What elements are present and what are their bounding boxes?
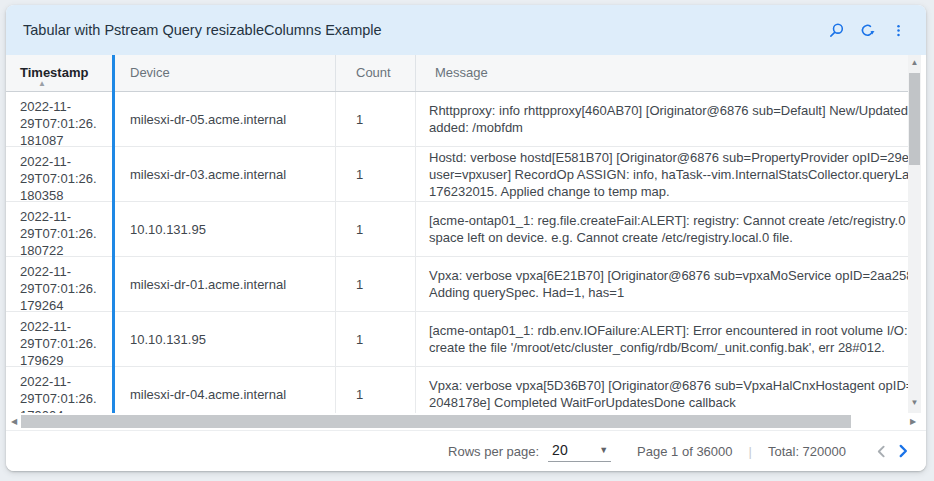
timestamp-cell: 2022-11- 29T07:01:26. 179264 (6, 257, 115, 311)
column-header-device[interactable]: Device (115, 55, 335, 91)
count-cell: 1 (335, 312, 415, 366)
page-title: Tabular with Pstream Query resizableColu… (23, 22, 382, 38)
column-label: Device (130, 65, 170, 80)
search-icon[interactable] (827, 21, 846, 40)
timestamp-cell: 2022-11- 29T07:01:26. 179629 (6, 312, 115, 366)
table-viewport: Timestamp ▲ Device Count Message 2022-11… (6, 55, 908, 413)
rows-per-page-label: Rows per page: (448, 444, 539, 459)
count-cell: 1 (335, 257, 415, 311)
chevron-down-icon: ▼ (599, 445, 608, 455)
previous-page-button[interactable] (870, 440, 892, 462)
device-cell: milesxi-dr-01.acme.internal (115, 257, 335, 311)
column-resizer-handle[interactable] (112, 55, 115, 413)
vertical-scrollbar[interactable]: ▲ ▼ (908, 55, 921, 413)
device-cell: 10.10.131.95 (115, 312, 335, 366)
column-label: Timestamp (20, 65, 88, 80)
timestamp-cell: 2022-11- 29T07:01:26. 180722 (6, 202, 115, 256)
table-row: 2022-11- 29T07:01:26. 181087 milesxi-dr-… (6, 92, 908, 147)
device-cell: 10.10.131.95 (115, 202, 335, 256)
refresh-icon[interactable] (858, 21, 877, 40)
message-text: [acme-ontap01_1: reg.file.createFail:ALE… (429, 212, 908, 246)
scroll-down-icon[interactable]: ▼ (908, 399, 921, 407)
timestamp-cell: 2022-11- 29T07:01:26. 180358 (6, 147, 115, 201)
message-text: Rhttpproxy: info rhttpproxy[460AB70] [Or… (429, 102, 908, 136)
table-row: 2022-11- 29T07:01:26. 179264 milesxi-dr-… (6, 257, 908, 312)
timestamp-cell: 2022-11- 29T07:01:26. 181087 (6, 92, 115, 146)
scroll-up-icon[interactable]: ▲ (908, 59, 921, 67)
count-cell: 1 (335, 202, 415, 256)
total-count: Total: 720000 (768, 444, 846, 459)
scroll-left-icon[interactable]: ◀ (11, 417, 17, 426)
table-body: 2022-11- 29T07:01:26. 181087 milesxi-dr-… (6, 92, 908, 413)
footer-divider: | (749, 444, 752, 459)
table-row: 2022-11- 29T07:01:26. 179629 10.10.131.9… (6, 312, 908, 367)
count-cell: 1 (335, 147, 415, 201)
message-cell: [acme-ontap01_1: rdb.env.IOFailure:ALERT… (415, 312, 908, 366)
datagrid-card: Tabular with Pstream Query resizableColu… (6, 5, 926, 471)
device-cell: milesxi-dr-05.acme.internal (115, 92, 335, 146)
message-text: Hostd: verbose hostd[E581B70] [Originato… (429, 149, 908, 200)
column-label: Message (435, 65, 488, 80)
vertical-scrollbar-thumb[interactable] (909, 73, 920, 165)
message-cell: Vpxa: verbose vpxa[5D36B70] [Originator@… (415, 367, 908, 413)
count-cell: 1 (335, 92, 415, 146)
message-text: [acme-ontap01_1: rdb.env.IOFailure:ALERT… (429, 322, 908, 356)
horizontal-scrollbar-thumb[interactable] (21, 415, 851, 428)
card-header: Tabular with Pstream Query resizableColu… (6, 5, 926, 55)
column-header-timestamp[interactable]: Timestamp ▲ (6, 55, 115, 91)
message-cell: Rhttpproxy: info rhttpproxy[460AB70] [Or… (415, 92, 908, 146)
message-cell: Hostd: verbose hostd[E581B70] [Originato… (415, 147, 908, 201)
timestamp-cell: 2022-11- 29T07:01:26. 179004 (6, 367, 115, 413)
table-header-row: Timestamp ▲ Device Count Message (6, 55, 908, 92)
message-text: Vpxa: verbose vpxa[6E21B70] [Originator@… (429, 267, 908, 301)
table-row: 2022-11- 29T07:01:26. 180722 10.10.131.9… (6, 202, 908, 257)
column-label: Count (356, 65, 391, 80)
rows-per-page-select[interactable]: 20 ▼ (548, 441, 611, 462)
sort-ascending-icon[interactable]: ▲ (38, 80, 46, 88)
device-cell: milesxi-dr-03.acme.internal (115, 147, 335, 201)
rows-per-page-value: 20 (552, 442, 568, 458)
table-row: 2022-11- 29T07:01:26. 179004 milesxi-dr-… (6, 367, 908, 413)
scroll-right-icon[interactable]: ▶ (910, 417, 916, 426)
pagination-footer: Rows per page: 20 ▼ Page 1 of 36000 | To… (6, 430, 926, 471)
message-text: Vpxa: verbose vpxa[5D36B70] [Originator@… (429, 377, 908, 411)
column-header-count[interactable]: Count (335, 55, 415, 91)
kebab-menu-icon[interactable] (889, 21, 908, 40)
header-actions (827, 21, 908, 40)
message-cell: [acme-ontap01_1: reg.file.createFail:ALE… (415, 202, 908, 256)
device-cell: milesxi-dr-04.acme.internal (115, 367, 335, 413)
next-page-button[interactable] (892, 440, 914, 462)
message-cell: Vpxa: verbose vpxa[6E21B70] [Originator@… (415, 257, 908, 311)
horizontal-scrollbar[interactable]: ◀ ▶ (6, 413, 921, 430)
count-cell: 1 (335, 367, 415, 413)
page-info: Page 1 of 36000 (637, 444, 732, 459)
table-row: 2022-11- 29T07:01:26. 180358 milesxi-dr-… (6, 147, 908, 202)
column-header-message[interactable]: Message (415, 55, 908, 91)
